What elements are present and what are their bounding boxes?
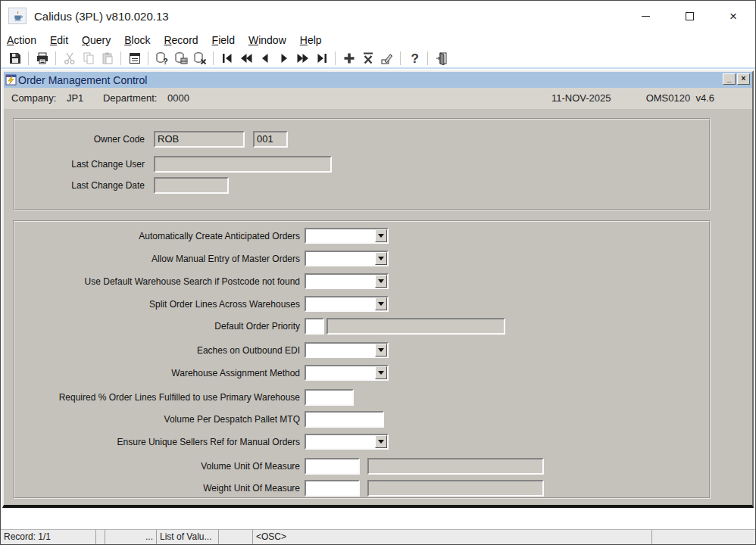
maximize-button[interactable] (667, 1, 711, 31)
cancel-query-button[interactable] (190, 49, 209, 67)
dropdown-anticipated-orders[interactable] (305, 228, 389, 244)
required-percent-field[interactable] (305, 389, 354, 406)
owner-code-label: Owner Code (4, 131, 145, 148)
field-label-default-warehouse-search: Use Default Warehouse Search if Postcode… (4, 273, 300, 290)
menu-query[interactable]: Query (82, 34, 111, 46)
form-header: Company: JP1 Department: 0000 11-NOV-202… (4, 88, 752, 109)
form-close-button[interactable]: × (737, 73, 750, 85)
volume-per-despatch-pallet-field[interactable] (305, 411, 384, 428)
maximize-icon (686, 12, 694, 20)
execute-query-button[interactable] (171, 49, 190, 67)
last-record-button[interactable] (312, 49, 331, 67)
form-titlebar[interactable]: Order Management Control _ × (4, 72, 752, 88)
dropdown-manual-master-orders[interactable] (305, 251, 389, 266)
next-record-button[interactable] (274, 49, 293, 67)
chevron-down-icon[interactable] (375, 435, 387, 448)
last-change-date-field (154, 177, 229, 194)
paste-button[interactable] (98, 49, 117, 67)
lock-record-icon (380, 51, 394, 65)
print-button[interactable] (33, 49, 52, 67)
insert-record-button[interactable] (339, 49, 358, 67)
order-management-control-window: Order Management Control _ × Company: JP… (2, 70, 754, 508)
previous-record-button[interactable] (255, 49, 274, 67)
enter-query-button[interactable]: ? (152, 49, 171, 67)
dropdown-value (306, 252, 375, 265)
owner-sequence-field[interactable]: 001 (253, 131, 288, 148)
copy-button[interactable] (79, 49, 98, 67)
module-version: OMS0120 v4.6 (646, 88, 714, 109)
menu-edit[interactable]: Edit (50, 34, 68, 46)
dropdown-value (306, 344, 375, 357)
chevron-down-icon[interactable] (375, 297, 387, 310)
dropdown-value (306, 275, 375, 288)
help-button[interactable]: ? (405, 49, 423, 67)
edit-button[interactable] (125, 49, 144, 67)
menu-action[interactable]: Action (7, 34, 36, 46)
dropdown-default-warehouse-search[interactable] (305, 273, 389, 289)
volume-unit-of-measure-field[interactable] (305, 458, 360, 475)
save-button[interactable] (5, 49, 24, 67)
next-block-button[interactable] (293, 49, 312, 67)
chevron-down-icon[interactable] (375, 366, 387, 379)
module-code: OMS0120 (646, 92, 691, 104)
exit-icon (435, 51, 448, 65)
lock-record-button[interactable] (377, 49, 396, 67)
field-label-volume-unit-of-measure: Volume Unit Of Measure (4, 458, 300, 475)
toolbar-separator (120, 51, 121, 65)
exit-button[interactable] (432, 49, 451, 67)
dropdown-value (306, 297, 375, 310)
owner-code-field[interactable]: ROB (154, 131, 245, 148)
default-order-priority-field[interactable] (305, 318, 324, 335)
execute-query-icon (174, 51, 188, 65)
dropdown-value (306, 435, 375, 448)
menu-record[interactable]: Record (164, 34, 198, 46)
first-record-button[interactable] (217, 49, 236, 67)
last-change-user-label: Last Change User (4, 156, 145, 173)
status-osc: <OSC> (253, 530, 652, 545)
form-title: Order Management Control (18, 74, 147, 86)
menu-help[interactable]: Help (300, 34, 322, 46)
field-label-split-order-lines: Split Order Lines Across Warehouses (4, 296, 300, 313)
app-titlebar: Calidus (3PL) v810.020.13 × (1, 1, 755, 31)
application-window: Calidus (3PL) v810.020.13 × Action Edit … (0, 0, 756, 545)
menu-window[interactable]: Window (248, 34, 286, 46)
svg-text:?: ? (411, 51, 418, 65)
cut-button[interactable] (60, 49, 79, 67)
dropdown-eaches-outbound-edi[interactable] (305, 342, 389, 358)
chevron-down-icon[interactable] (375, 344, 387, 357)
toolbar-separator (213, 51, 214, 65)
dropdown-split-order-lines[interactable] (305, 296, 389, 312)
chevron-down-icon[interactable] (375, 252, 387, 265)
edit-window-icon (128, 51, 142, 65)
weight-unit-of-measure-field[interactable] (305, 480, 360, 497)
close-button[interactable]: × (711, 1, 755, 31)
weight-unit-of-measure-description (367, 480, 544, 497)
form-icon (5, 74, 17, 86)
mdi-area: MIDDLEWARE Order Management Control _ × … (1, 69, 755, 529)
module-release: v4.6 (695, 92, 714, 104)
previous-record-icon (258, 51, 272, 65)
status-cell-empty-3 (652, 530, 756, 545)
menu-field[interactable]: Field (212, 34, 235, 46)
dropdown-unique-sellers-ref[interactable] (305, 434, 389, 450)
menu-block[interactable]: Block (124, 34, 150, 46)
java-icon (8, 8, 27, 24)
header-date: 11-NOV-2025 (551, 88, 611, 109)
dropdown-warehouse-assignment-method[interactable] (305, 365, 389, 381)
cut-icon (63, 51, 77, 65)
field-label-anticipated-orders: Automatically Create Anticipated Orders (4, 228, 300, 244)
delete-record-button[interactable] (358, 49, 377, 67)
minimize-button[interactable] (623, 1, 667, 31)
form-minimize-button[interactable]: _ (723, 73, 736, 85)
toolbar-separator (28, 51, 29, 65)
field-label-eaches-outbound-edi: Eaches on Outbound EDI (4, 342, 300, 359)
toolbar: ? ? (1, 49, 755, 69)
java-coffee-icon (12, 11, 23, 22)
field-label-volume-per-despatch-pallet: Volume Per Despatch Pallet MTQ (4, 411, 300, 428)
svg-text:?: ? (163, 57, 168, 66)
chevron-down-icon[interactable] (375, 275, 387, 288)
previous-block-button[interactable] (236, 49, 255, 67)
chevron-down-icon[interactable] (375, 229, 387, 242)
delete-record-icon (361, 51, 375, 65)
field-label-required-percent: Required % Order Lines Fulfilled to use … (4, 389, 300, 406)
